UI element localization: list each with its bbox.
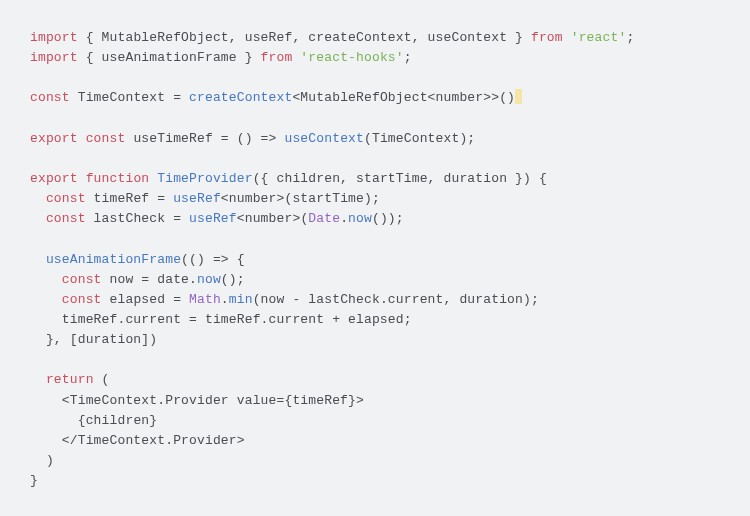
keyword-const: const: [46, 191, 86, 206]
keyword-from: from: [261, 50, 293, 65]
code-line: ): [30, 453, 54, 468]
code-line: {children}: [30, 413, 157, 428]
code-line: useAnimationFrame(() => {: [30, 252, 245, 267]
function-name: now: [348, 211, 372, 226]
code-line: return (: [30, 372, 110, 387]
keyword-const: const: [46, 211, 86, 226]
function-name: createContext: [189, 90, 292, 105]
code-line: const elapsed = Math.min(now - lastCheck…: [30, 292, 539, 307]
keyword-return: return: [46, 372, 94, 387]
code-line: }, [duration]): [30, 332, 157, 347]
function-name: TimeProvider: [149, 171, 252, 186]
global-object: Math: [189, 292, 221, 307]
code-line: const TimeContext = createContext<Mutabl…: [30, 90, 522, 105]
keyword-const: const: [30, 90, 70, 105]
keyword-import: import: [30, 30, 78, 45]
code-line: export function TimeProvider({ children,…: [30, 171, 547, 186]
string-literal: 'react': [563, 30, 627, 45]
text-cursor: [515, 89, 522, 104]
code-block: import { MutableRefObject, useRef, creat…: [30, 28, 720, 491]
code-line: const lastCheck = useRef<number>(Date.no…: [30, 211, 404, 226]
code-line: export const useTimeRef = () => useConte…: [30, 131, 475, 146]
function-name: useAnimationFrame: [46, 252, 181, 267]
code-line: <TimeContext.Provider value={timeRef}>: [30, 393, 364, 408]
function-name: useRef: [189, 211, 237, 226]
keyword-const: const: [78, 131, 126, 146]
keyword-const: const: [62, 272, 102, 287]
string-literal: 'react-hooks': [292, 50, 403, 65]
code-line: timeRef.current = timeRef.current + elap…: [30, 312, 412, 327]
keyword-const: const: [62, 292, 102, 307]
global-object: Date: [308, 211, 340, 226]
keyword-export: export: [30, 171, 78, 186]
keyword-import: import: [30, 50, 78, 65]
function-name: useContext: [284, 131, 364, 146]
code-line: const now = date.now();: [30, 272, 245, 287]
code-line: import { useAnimationFrame } from 'react…: [30, 50, 412, 65]
code-line: }: [30, 473, 38, 488]
keyword-from: from: [531, 30, 563, 45]
function-name: useRef: [173, 191, 221, 206]
function-name: min: [229, 292, 253, 307]
code-line: const timeRef = useRef<number>(startTime…: [30, 191, 380, 206]
function-name: now: [197, 272, 221, 287]
code-line: </TimeContext.Provider>: [30, 433, 245, 448]
keyword-export: export: [30, 131, 78, 146]
code-line: import { MutableRefObject, useRef, creat…: [30, 30, 634, 45]
keyword-function: function: [78, 171, 150, 186]
